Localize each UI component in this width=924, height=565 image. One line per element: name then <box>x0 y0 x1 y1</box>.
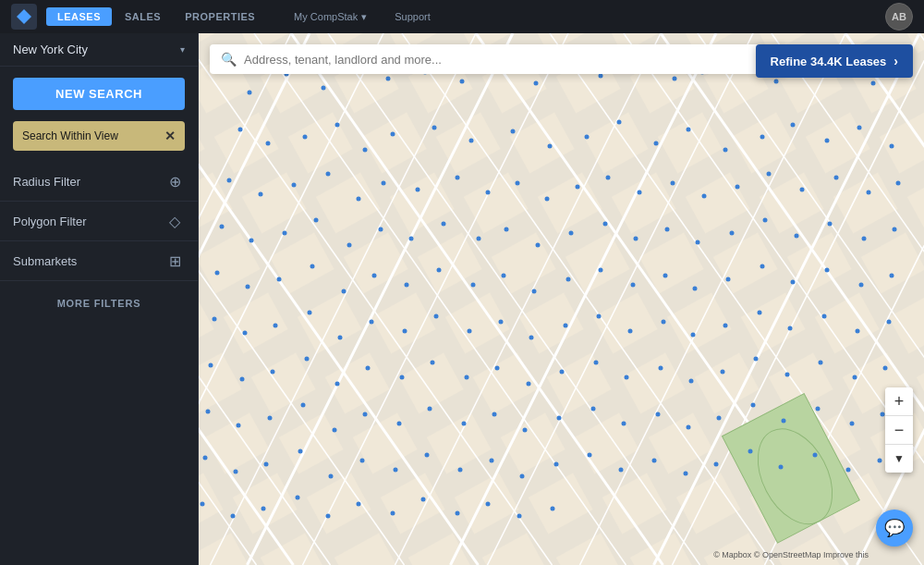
new-search-button[interactable]: NEW SEARCH <box>13 78 185 110</box>
my-compstak-label: My CompStak <box>294 11 358 22</box>
chat-button[interactable]: 💬 <box>876 510 913 547</box>
zoom-controls: + − ▼ <box>885 387 913 473</box>
close-icon[interactable]: ✕ <box>164 129 176 143</box>
search-within-view-label: Search Within View <box>22 129 118 142</box>
support-link[interactable]: Support <box>385 7 440 26</box>
tab-leases[interactable]: LEASES <box>46 7 112 26</box>
main-layout: New York City ▾ NEW SEARCH Search Within… <box>0 33 924 565</box>
sidebar: New York City ▾ NEW SEARCH Search Within… <box>0 33 199 565</box>
polygon-filter-icon: ◇ <box>164 211 185 231</box>
radius-filter-item[interactable]: Radius Filter ⊕ <box>0 162 198 202</box>
submarkets-filter-icon: ⊞ <box>164 251 185 271</box>
tab-properties[interactable]: PROPERTIES <box>174 7 266 26</box>
chevron-down-icon: ▾ <box>361 11 367 23</box>
radius-filter-label: Radius Filter <box>13 175 80 189</box>
map-area[interactable]: 🔍 Refine 34.4K Leases › + − ▼ 💬 © Mapbox… <box>199 33 924 565</box>
compass-button[interactable]: ▼ <box>885 445 913 473</box>
map-canvas <box>199 33 924 565</box>
location-select[interactable]: New York City ▾ <box>0 33 198 67</box>
filter-section: Radius Filter ⊕ Polygon Filter ◇ Submark… <box>0 158 198 285</box>
refine-label: Refine 34.4K Leases <box>771 55 887 68</box>
map-search-bar: 🔍 <box>210 44 785 74</box>
my-compstak-dropdown[interactable]: My CompStak ▾ <box>285 7 376 27</box>
header: LEASES SALES PROPERTIES My CompStak ▾ Su… <box>0 0 924 33</box>
more-filters-button[interactable]: MORE FILTERS <box>57 298 141 309</box>
map-attribution: © Mapbox © OpenStreetMap Improve this <box>713 550 869 559</box>
nav-tabs: LEASES SALES PROPERTIES <box>46 7 266 26</box>
search-icon: 🔍 <box>221 52 237 67</box>
location-label: New York City <box>13 43 88 56</box>
chevron-down-icon: ▾ <box>180 44 185 55</box>
zoom-in-button[interactable]: + <box>885 387 913 415</box>
radius-filter-icon: ⊕ <box>164 171 185 191</box>
avatar[interactable]: AB <box>885 3 913 31</box>
chevron-right-icon: › <box>894 54 898 68</box>
tab-sales[interactable]: SALES <box>114 7 172 26</box>
polygon-filter-label: Polygon Filter <box>13 215 86 228</box>
refine-button[interactable]: Refine 34.4K Leases › <box>756 44 913 78</box>
search-within-view-panel[interactable]: Search Within View ✕ <box>13 121 185 151</box>
submarkets-filter-item[interactable]: Submarkets ⊞ <box>0 241 198 281</box>
submarkets-filter-label: Submarkets <box>13 254 77 268</box>
polygon-filter-item[interactable]: Polygon Filter ◇ <box>0 202 198 241</box>
logo[interactable] <box>11 4 37 30</box>
logo-icon <box>17 9 31 24</box>
zoom-out-button[interactable]: − <box>885 416 913 444</box>
map-search-input[interactable] <box>244 53 774 67</box>
